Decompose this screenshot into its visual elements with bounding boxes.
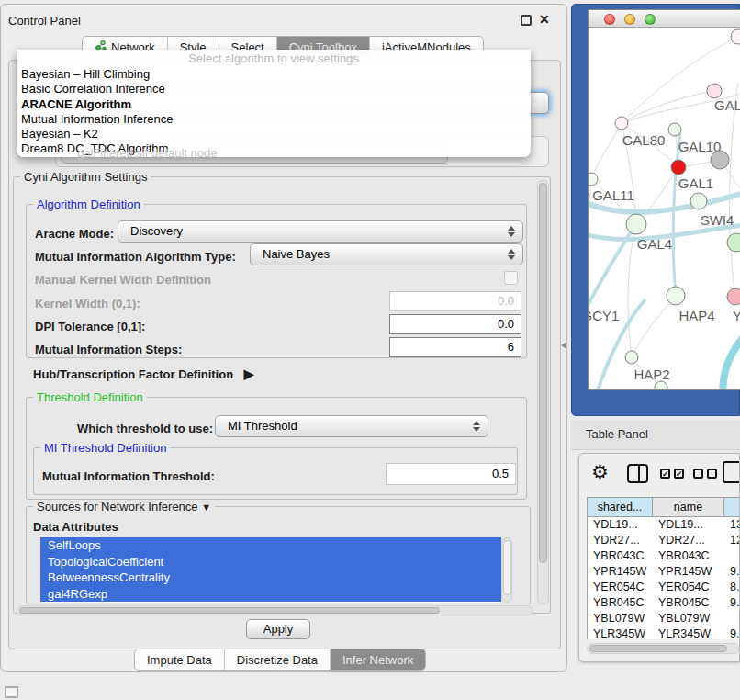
zoom-traffic-light[interactable] (645, 14, 656, 25)
table-cell: 8. (724, 580, 740, 595)
network-edge (673, 133, 680, 296)
table-row[interactable]: YBL079WYBL079W (588, 611, 740, 627)
table-cell: YDL19... (588, 517, 653, 533)
network-node-hap2[interactable] (625, 351, 638, 364)
table-cell: YDR27... (653, 533, 724, 548)
mi-steps-input[interactable]: 6 (389, 337, 521, 357)
network-canvas[interactable]: GALGAL80GAL10GAL1GAL11SWI4GAL4GCY1HAP4YH… (589, 28, 740, 390)
window-grip-icon[interactable] (5, 686, 18, 698)
which-threshold-value: MI Threshold (228, 419, 297, 433)
minimize-traffic-light[interactable] (624, 14, 635, 25)
algorithm-item[interactable]: Mutual Information Inference (17, 112, 531, 127)
network-node[interactable] (727, 233, 740, 252)
table-row[interactable]: YPR145WYPR145W9. (588, 564, 740, 580)
dpi-tolerance-label: DPI Tolerance [0,1]: (35, 320, 145, 333)
gear-icon[interactable]: ⚙ (591, 461, 609, 483)
algorithm-item[interactable]: Basic Correlation Inference (17, 82, 531, 96)
table-row[interactable]: YLR345WYLR345W9. (588, 627, 740, 639)
table-hscrollbar[interactable] (587, 643, 739, 654)
attribute-item-selected[interactable]: SelfLoops (40, 537, 501, 554)
column-header[interactable]: name (653, 498, 724, 516)
attribute-item-selected[interactable]: TopologicalCoefficient (40, 554, 501, 570)
close-icon[interactable]: ✕ (539, 12, 550, 27)
attribute-item-selected[interactable]: BetweennessCentrality (40, 570, 501, 586)
tab-label: Impute Data (147, 653, 212, 667)
table-cell: YBR043C (653, 548, 724, 564)
unchecked-checkbox-icon[interactable] (707, 469, 717, 479)
network-node-gal4[interactable] (626, 214, 646, 234)
mi-type-combo[interactable]: Naive Bayes (250, 243, 523, 265)
table-row[interactable]: YER054CYER054C8. (588, 580, 740, 595)
mi-type-label: Mutual Information Algorithm Type: (35, 250, 236, 264)
table-hscrollbar-thumb[interactable] (589, 645, 727, 652)
aracne-mode-combo[interactable]: Discovery (118, 220, 523, 243)
expanded-arrow-icon: ▼ (201, 502, 211, 513)
network-node-y[interactable] (727, 288, 740, 305)
mi-threshold-input[interactable]: 0.5 (386, 463, 516, 485)
network-window-titlebar[interactable] (589, 10, 740, 28)
network-edge (723, 322, 740, 390)
column-header[interactable] (724, 498, 740, 516)
table-cell: YBR045C (588, 595, 653, 611)
table-cell: YBL079W (588, 611, 653, 627)
hub-section-toggle[interactable]: Hub/Transcription Factor Definition ▶ (33, 367, 254, 381)
sources-group-title[interactable]: Sources for Network Inference ▼ (33, 500, 215, 514)
settings-scrollbar-thumb[interactable] (539, 183, 547, 563)
kernel-width-label: Kernel Width (0,1): (35, 297, 140, 310)
attribute-item-selected[interactable]: gal4RGexp (40, 586, 501, 603)
network-node[interactable] (711, 151, 729, 169)
unchecked-checkbox-icon[interactable] (693, 469, 703, 479)
stepper-arrows-icon (508, 226, 515, 237)
network-node-swi4[interactable] (690, 193, 707, 209)
table-cell (724, 548, 740, 564)
table-row[interactable]: YBR043CYBR043C (588, 548, 740, 564)
table-row[interactable]: YDL19...YDL19...13 (588, 517, 740, 533)
network-node[interactable] (655, 381, 667, 390)
close-traffic-light[interactable] (604, 14, 615, 25)
settings-hscrollbar[interactable] (17, 605, 533, 615)
table-mode-icon[interactable] (723, 461, 740, 483)
node-label: GAL1 (678, 175, 713, 191)
tab-discretize-data[interactable]: Discretize Data (225, 649, 331, 670)
tab-infer-network[interactable]: Infer Network (331, 649, 425, 670)
float-window-icon[interactable] (521, 15, 532, 26)
node-label: GAL80 (622, 132, 666, 148)
apply-button[interactable]: Apply (246, 619, 310, 639)
network-node-gal1[interactable] (671, 160, 686, 175)
panel-collapse-arrow[interactable] (561, 342, 566, 349)
table-cell: YPR145W (653, 564, 724, 580)
table-cell: YBR045C (653, 595, 724, 611)
dpi-tolerance-input[interactable]: 0.0 (389, 314, 521, 334)
aracne-mode-value: Discovery (130, 224, 183, 238)
network-node-gal[interactable] (707, 84, 722, 98)
column-header[interactable]: shared... (588, 498, 653, 516)
mi-threshold-label: Mutual Information Threshold: (42, 469, 215, 483)
checked-checkbox-icon[interactable]: ✓ (660, 469, 670, 479)
table-cell: YBR043C (588, 548, 653, 564)
kernel-width-input[interactable]: 0.0 (389, 291, 521, 311)
attributes-scrollbar-thumb[interactable] (503, 540, 511, 595)
attributes-scrollbar[interactable] (501, 537, 512, 603)
column-browser-icon[interactable] (627, 464, 648, 483)
network-edge (730, 83, 738, 297)
network-node-gal80[interactable] (615, 117, 628, 130)
algorithm-item[interactable]: Bayesian – Hill Climbing (17, 67, 531, 82)
network-node-hap4[interactable] (667, 287, 685, 305)
tab-impute-data[interactable]: Impute Data (135, 649, 225, 670)
network-node-gal11[interactable] (589, 173, 598, 186)
checked-checkbox-icon[interactable]: ✓ (674, 469, 684, 479)
network-node[interactable] (731, 29, 740, 44)
manual-kernel-checkbox[interactable] (504, 271, 518, 285)
node-label: Y (733, 308, 740, 323)
table-row[interactable]: YBR045CYBR045C9. (588, 595, 740, 611)
network-node-gal10[interactable] (668, 123, 681, 136)
mi-threshold-group-title: MI Threshold Definition (40, 441, 170, 455)
algorithm-item[interactable]: Bayesian – K2 (17, 127, 531, 141)
settings-hscrollbar-thumb[interactable] (19, 607, 440, 614)
algorithm-item[interactable]: ARACNE Algorithm (17, 97, 531, 112)
settings-scrollbar[interactable] (537, 180, 549, 604)
aracne-mode-label: Aracne Mode: (35, 227, 114, 241)
desktop: Control Panel ✕ NetworkStyleSelectCyni T… (0, 0, 740, 700)
table-row[interactable]: YDR27...YDR27...12 (588, 533, 740, 548)
which-threshold-combo[interactable]: MI Threshold (215, 415, 488, 437)
